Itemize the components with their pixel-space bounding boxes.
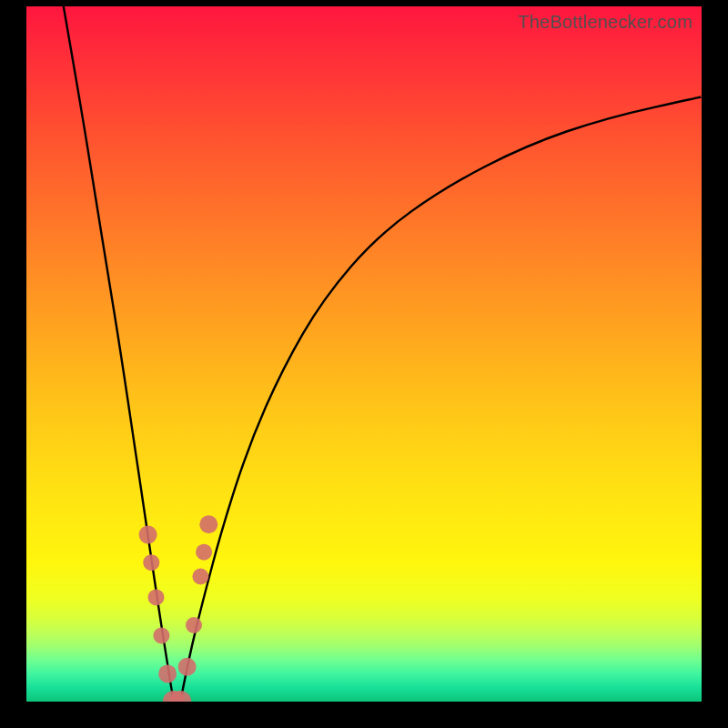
curve-right-branch xyxy=(180,96,702,702)
chart-frame: TheBottlenecker.com xyxy=(0,0,728,728)
plot-area: TheBottlenecker.com xyxy=(26,6,702,702)
marker-dot xyxy=(148,589,165,605)
marker-cluster xyxy=(139,515,218,702)
marker-dot xyxy=(199,515,217,533)
curve-layer xyxy=(26,6,702,702)
marker-dot xyxy=(186,617,202,633)
marker-dot xyxy=(158,664,177,682)
watermark-text: TheBottlenecker.com xyxy=(518,12,693,33)
marker-dot xyxy=(178,658,197,676)
marker-dot xyxy=(196,544,212,561)
marker-dot xyxy=(192,569,208,585)
marker-dot xyxy=(153,627,169,643)
marker-dot xyxy=(139,526,157,544)
marker-dot xyxy=(143,554,159,571)
